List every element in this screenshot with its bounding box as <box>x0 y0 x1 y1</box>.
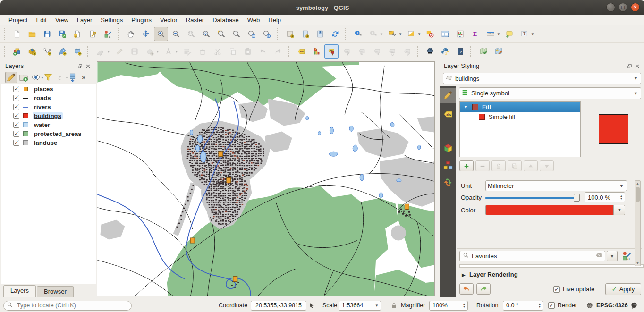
toolbar-drag-handle[interactable] <box>345 28 348 40</box>
open-attribute-table-button[interactable] <box>438 27 452 41</box>
minimize-button[interactable]: – <box>606 3 615 12</box>
new-spatial-bookmark-button[interactable]: ✱ <box>298 27 312 41</box>
advanced-digitizing-button[interactable]: ▼ <box>161 44 176 59</box>
layer-visibility-checkbox[interactable]: ✓ <box>13 113 19 119</box>
dropdown-arrow-icon[interactable]: ▼ <box>497 32 500 36</box>
scroll-down-icon[interactable]: ▼ <box>635 261 640 265</box>
new-geopackage-layer-button[interactable]: ✱ <box>25 44 39 59</box>
save-project-button[interactable] <box>40 27 54 41</box>
layer-visibility-checkbox[interactable]: ✓ <box>13 86 19 92</box>
mouse-position-icon[interactable] <box>308 298 315 312</box>
opacity-slider-handle[interactable] <box>574 194 580 202</box>
change-label-button[interactable]: abc <box>400 44 414 59</box>
toolbar-drag-handle[interactable] <box>470 46 474 57</box>
plugin-icon-1-button[interactable] <box>476 44 491 59</box>
toolbar-drag-handle[interactable] <box>277 28 280 40</box>
pan-to-selection-button[interactable] <box>139 27 153 41</box>
layer-visibility-checkbox[interactable]: ✓ <box>13 104 19 110</box>
rotate-label-button[interactable]: abc <box>385 44 399 59</box>
new-map-view-button[interactable]: ✱ <box>283 27 297 41</box>
symbol-tree-item-simple-fill[interactable]: Simple fill <box>460 112 580 122</box>
toolbar-drag-handle[interactable] <box>417 46 420 57</box>
locator-input[interactable] <box>16 302 120 309</box>
expander-down-icon[interactable]: ▼ <box>464 105 468 110</box>
open-project-button[interactable] <box>25 27 39 41</box>
layer-visibility-checkbox[interactable]: ✓ <box>13 122 19 128</box>
zoom-last-button[interactable] <box>245 27 259 41</box>
save-project-as-button[interactable] <box>55 27 69 41</box>
layer-visibility-checkbox[interactable]: ✓ <box>13 95 19 101</box>
save-layer-edits-button[interactable] <box>127 44 142 59</box>
open-field-calculator-button[interactable] <box>453 27 467 41</box>
metasearch-button[interactable] <box>423 44 437 59</box>
add-group-button[interactable] <box>17 72 30 83</box>
layer-name[interactable]: water <box>33 121 51 128</box>
map-tips-button[interactable] <box>502 27 517 41</box>
layer-visibility-checkbox[interactable]: ✓ <box>13 131 19 137</box>
cut-features-button[interactable] <box>211 44 225 59</box>
new-spatialite-layer-button[interactable]: ✱ <box>55 44 69 59</box>
toolbar-drag-handle[interactable] <box>87 46 91 57</box>
menu-view[interactable]: View <box>51 16 73 25</box>
menu-plugins[interactable]: Plugins <box>127 16 156 25</box>
layer-name[interactable]: protected_areas <box>33 130 83 137</box>
new-virtual-layer-button[interactable]: ✱ <box>70 44 85 59</box>
menu-vector[interactable]: Vector <box>156 16 182 25</box>
expander-right-icon[interactable]: ▶ <box>462 272 466 278</box>
spinner-arrows-icon[interactable]: ▲▼ <box>536 303 543 308</box>
zoom-native-button[interactable]: 1:1 <box>184 27 198 41</box>
tab-labels[interactable]: abc <box>440 107 456 122</box>
scroll-up-icon[interactable]: ▲ <box>635 182 640 185</box>
zoom-full-button[interactable] <box>199 27 213 41</box>
opacity-spinbox[interactable]: 100.0 % ▲▼ <box>585 192 625 202</box>
new-print-layout-button[interactable]: ✱ <box>70 27 85 41</box>
layer-diagram-options-button[interactable] <box>309 44 323 59</box>
apply-button[interactable]: ✓ Apply <box>605 283 641 295</box>
toolbar-drag-handle[interactable] <box>288 46 291 57</box>
panel-float-icon[interactable] <box>627 63 633 69</box>
layer-rendering-section[interactable]: Layer Rendering <box>469 271 518 278</box>
tab-history[interactable] <box>440 175 456 190</box>
menu-layer[interactable]: Layer <box>73 16 97 25</box>
color-dropdown-button[interactable]: ▼ <box>614 205 625 215</box>
lock-symbol-color-button[interactable] <box>491 160 506 171</box>
tab-browser[interactable]: Browser <box>37 286 74 297</box>
menu-database[interactable]: Database <box>208 16 243 25</box>
statistical-summary-button[interactable]: Σ <box>468 27 483 41</box>
layer-item-buildings[interactable]: ✓buildings <box>1 111 96 120</box>
tab-diagrams[interactable] <box>440 158 456 173</box>
clear-icon[interactable] <box>595 252 602 260</box>
zoom-in-button[interactable] <box>154 27 168 41</box>
move-label-button[interactable]: abc <box>370 44 384 59</box>
tab-layers[interactable]: Layers <box>3 285 36 297</box>
crs-value[interactable]: EPSG:4326 <box>596 298 628 312</box>
refresh-map-button[interactable] <box>328 27 342 41</box>
magnifier-spinbox[interactable]: 100%▲▼ <box>429 301 468 311</box>
symbol-search-box[interactable]: Favorites <box>459 251 605 261</box>
manage-map-themes-button[interactable]: ▼ <box>30 72 42 83</box>
show-hide-labels-button[interactable]: abc <box>355 44 369 59</box>
plugin-icon-2-button[interactable] <box>491 44 506 59</box>
render-control[interactable]: ✓ Render <box>548 298 577 312</box>
layer-name[interactable]: roads <box>33 94 52 101</box>
menu-raster[interactable]: Raster <box>182 16 208 25</box>
dropdown-arrow-icon[interactable]: ▼ <box>398 32 402 36</box>
data-source-manager-button[interactable] <box>10 44 24 59</box>
style-undo-button[interactable] <box>459 283 474 295</box>
move-symbol-up-button[interactable] <box>524 160 538 171</box>
zoom-to-layer-button[interactable] <box>229 27 244 41</box>
symbol-tree-item-fill[interactable]: ▼Fill <box>460 102 580 112</box>
expand-collapse-all-button[interactable] <box>67 72 79 83</box>
toggle-editing-button[interactable] <box>112 44 127 59</box>
maximize-button[interactable]: ◻ <box>619 3 627 12</box>
undo-button[interactable] <box>256 44 270 59</box>
live-update-control[interactable]: ✓ Live update <box>553 286 594 293</box>
pan-map-button[interactable] <box>124 27 138 41</box>
messages-icon[interactable] <box>630 298 638 312</box>
toolbar-drag-handle[interactable] <box>4 28 7 40</box>
panel-float-icon[interactable] <box>77 63 84 69</box>
digitize-with-shape-button[interactable]: ✱▼ <box>143 44 157 59</box>
deselect-all-button[interactable] <box>423 27 437 41</box>
title-bar[interactable]: symbology - QGIS – ◻ ✕ <box>0 0 644 15</box>
renderer-selector[interactable]: Single symbol ▼ <box>459 87 641 99</box>
